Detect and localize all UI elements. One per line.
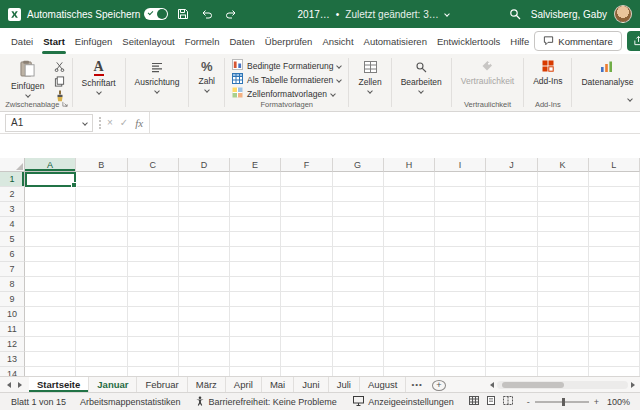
cell-F6[interactable] (281, 247, 332, 262)
cell-E5[interactable] (230, 232, 281, 247)
cell-E11[interactable] (230, 322, 281, 337)
zoom-slider[interactable] (535, 401, 589, 403)
ribbon-tab[interactable]: Überprüfen (260, 28, 318, 54)
zoom-slider-thumb[interactable] (562, 398, 565, 406)
cell-C9[interactable] (128, 292, 179, 307)
column-header-F[interactable]: F (281, 158, 332, 172)
cell-L7[interactable] (589, 262, 640, 277)
cell-H4[interactable] (384, 217, 435, 232)
cell-A6[interactable] (25, 247, 76, 262)
cell-J5[interactable] (486, 232, 537, 247)
ribbon-tab[interactable]: Hilfe (505, 28, 534, 54)
row-header-10[interactable]: 10 (0, 307, 25, 322)
cell-D2[interactable] (179, 187, 230, 202)
ribbon-tab[interactable]: Automatisieren (359, 28, 432, 54)
redo-icon[interactable] (222, 5, 240, 23)
cell-K3[interactable] (538, 202, 589, 217)
cell-A1[interactable] (25, 172, 76, 187)
cell-L10[interactable] (589, 307, 640, 322)
cell-A5[interactable] (25, 232, 76, 247)
cell-J13[interactable] (486, 352, 537, 367)
cell-A10[interactable] (25, 307, 76, 322)
cell-B7[interactable] (76, 262, 127, 277)
accessibility-status[interactable]: Barrierefreiheit: Keine Probleme (188, 393, 344, 410)
cell-D13[interactable] (179, 352, 230, 367)
scroll-right-icon[interactable] (631, 382, 635, 388)
sheet-tab[interactable]: Januar (89, 377, 137, 392)
cell-K11[interactable] (538, 322, 589, 337)
cell-J12[interactable] (486, 337, 537, 352)
cell-G14[interactable] (333, 367, 384, 376)
alignment-group-button[interactable]: Ausrichtung (131, 57, 184, 93)
number-group-button[interactable]: % Zahl (194, 57, 219, 92)
cell-E13[interactable] (230, 352, 281, 367)
dialog-launcher-icon[interactable] (62, 100, 68, 109)
insert-function-icon[interactable]: fx (135, 117, 143, 129)
cell-G7[interactable] (333, 262, 384, 277)
cell-H14[interactable] (384, 367, 435, 376)
cell-H3[interactable] (384, 202, 435, 217)
editing-group-button[interactable]: Bearbeiten (397, 57, 446, 93)
cell-G13[interactable] (333, 352, 384, 367)
cell-I13[interactable] (435, 352, 486, 367)
sheet-tab[interactable]: Juli (329, 377, 360, 392)
cell-K13[interactable] (538, 352, 589, 367)
cell-L8[interactable] (589, 277, 640, 292)
cell-K1[interactable] (538, 172, 589, 187)
column-header-D[interactable]: D (179, 158, 230, 172)
cell-I4[interactable] (435, 217, 486, 232)
share-button[interactable] (627, 31, 640, 51)
sheet-nav-right-icon[interactable] (18, 382, 22, 388)
row-header-2[interactable]: 2 (0, 187, 25, 202)
cell-F7[interactable] (281, 262, 332, 277)
cell-C12[interactable] (128, 337, 179, 352)
cell-H12[interactable] (384, 337, 435, 352)
row-header-4[interactable]: 4 (0, 217, 25, 232)
sheet-tab[interactable]: März (188, 377, 226, 392)
cell-L9[interactable] (589, 292, 640, 307)
cell-J3[interactable] (486, 202, 537, 217)
cell-K6[interactable] (538, 247, 589, 262)
cell-G4[interactable] (333, 217, 384, 232)
cell-A14[interactable] (25, 367, 76, 376)
scrollbar-track[interactable] (497, 381, 628, 389)
cell-A3[interactable] (25, 202, 76, 217)
cell-C5[interactable] (128, 232, 179, 247)
cell-F14[interactable] (281, 367, 332, 376)
user-name[interactable]: Salvisberg, Gaby (531, 9, 607, 20)
copy-icon[interactable] (53, 75, 67, 87)
comments-button[interactable]: Kommentare (534, 31, 621, 51)
cell-B1[interactable] (76, 172, 127, 187)
cell-F9[interactable] (281, 292, 332, 307)
cell-I10[interactable] (435, 307, 486, 322)
formula-input[interactable] (149, 112, 640, 133)
cell-J14[interactable] (486, 367, 537, 376)
row-header-11[interactable]: 11 (0, 322, 25, 337)
cell-I6[interactable] (435, 247, 486, 262)
cell-B12[interactable] (76, 337, 127, 352)
cell-B11[interactable] (76, 322, 127, 337)
format-as-table-button[interactable]: Als Tabelle formatieren (230, 73, 343, 86)
cell-J4[interactable] (486, 217, 537, 232)
cell-J7[interactable] (486, 262, 537, 277)
cell-A13[interactable] (25, 352, 76, 367)
add-sheet-button[interactable]: + (432, 380, 446, 391)
cell-J11[interactable] (486, 322, 537, 337)
cell-I1[interactable] (435, 172, 486, 187)
cell-D6[interactable] (179, 247, 230, 262)
cell-C13[interactable] (128, 352, 179, 367)
cell-E12[interactable] (230, 337, 281, 352)
cell-L4[interactable] (589, 217, 640, 232)
cell-L12[interactable] (589, 337, 640, 352)
cell-E3[interactable] (230, 202, 281, 217)
cell-H13[interactable] (384, 352, 435, 367)
column-header-H[interactable]: H (384, 158, 435, 172)
cell-K12[interactable] (538, 337, 589, 352)
zoom-in-button[interactable]: + (594, 397, 599, 407)
cell-B13[interactable] (76, 352, 127, 367)
cell-I12[interactable] (435, 337, 486, 352)
column-header-L[interactable]: L (589, 158, 640, 172)
confirm-icon[interactable]: ✓ (120, 117, 128, 128)
zoom-level[interactable]: 100% (604, 397, 630, 407)
cell-C10[interactable] (128, 307, 179, 322)
